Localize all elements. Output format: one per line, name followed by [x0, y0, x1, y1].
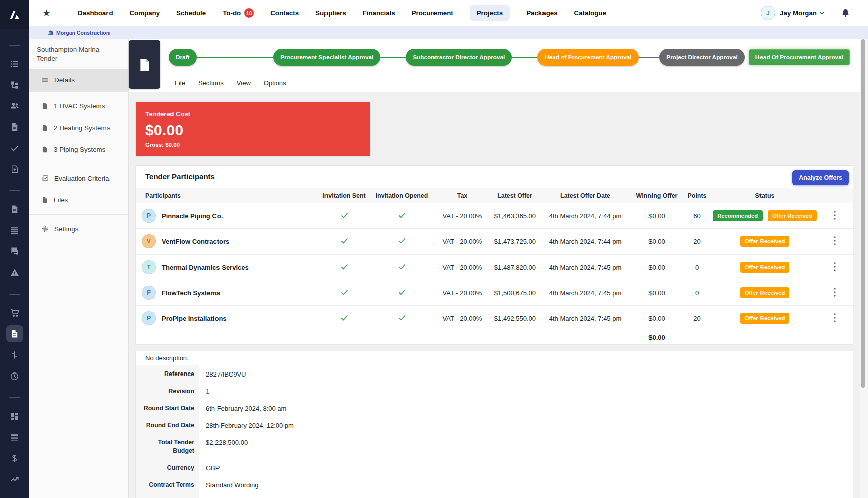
sidebar-item-evaluation-criteria[interactable]: Evaluation Criteria: [29, 168, 128, 189]
rows-icon[interactable]: [6, 220, 24, 241]
table-row[interactable]: FFlowTech Systems VAT - 20.00% $1,500,67…: [136, 280, 853, 306]
document-icon[interactable]: [6, 325, 23, 342]
app-root: ★ Dashboard Company Schedule To-do10 Con…: [0, 0, 868, 498]
sitemap-icon[interactable]: [6, 74, 24, 95]
stepper-connector: [197, 57, 274, 58]
workflow-step-subcontractor-director[interactable]: Subcontractor Director Approval: [406, 49, 512, 66]
table-header: Participants Invitation Sent Invitation …: [136, 188, 853, 203]
user-name[interactable]: Jay Morgan: [780, 9, 817, 17]
analyze-offers-button[interactable]: Analyze Offers: [792, 170, 849, 185]
sidebar-item-hvac-systems[interactable]: 1 HVAC Systems: [29, 95, 128, 117]
winning-offer-value: $0.00: [633, 238, 681, 245]
grid-icon[interactable]: [6, 406, 24, 427]
menu-file[interactable]: File: [175, 79, 185, 87]
bell-icon[interactable]: [841, 8, 850, 18]
field-label: Contract Terms: [136, 476, 199, 493]
sidebar-group: Evaluation Criteria Files: [29, 164, 128, 215]
breadcrumb[interactable]: Morgan Construction: [48, 30, 110, 36]
field-label: Revision: [136, 383, 199, 400]
warning-icon[interactable]: [6, 262, 24, 283]
nav-item-contacts[interactable]: Contacts: [270, 5, 299, 21]
nav-item-todo[interactable]: To-do10: [223, 4, 254, 22]
check-icon[interactable]: [6, 138, 24, 159]
menu-view[interactable]: View: [237, 79, 251, 87]
workflow-step-head-of-procurement[interactable]: Head of Procurement Approval: [537, 49, 638, 66]
clock-icon[interactable]: [6, 365, 24, 387]
sliders-icon[interactable]: [6, 344, 24, 365]
breadcrumb-bar: Morgan Construction: [29, 26, 868, 39]
workflow-step-draft[interactable]: Draft: [169, 49, 197, 66]
tax-value: VAT - 20.00%: [432, 264, 492, 271]
latest-offer-date-value: 4th March 2024, 7:45 pm: [537, 264, 633, 271]
sidebar-item-settings[interactable]: Settings: [29, 218, 128, 240]
workflow-step-procurement-specialist[interactable]: Procurement Specialist Approval: [273, 49, 380, 66]
people-icon[interactable]: [6, 95, 24, 116]
field-label: Round End Date: [136, 417, 199, 434]
list-icon[interactable]: [6, 53, 24, 74]
field-label: Round Start Date: [136, 400, 199, 417]
nav-item-procurement[interactable]: Procurement: [412, 5, 453, 21]
file-upload-icon[interactable]: [6, 159, 24, 180]
avatar: T: [142, 260, 156, 274]
participant-name[interactable]: Thermal Dynamics Services: [162, 264, 249, 271]
col-invitation-sent: Invitation Sent: [316, 192, 372, 199]
nav-item-catalogue[interactable]: Catalogue: [574, 5, 606, 21]
cart-icon[interactable]: [6, 302, 24, 323]
participant-name[interactable]: ProPipe Installations: [162, 315, 227, 322]
avatar: P: [142, 209, 156, 223]
document-icon[interactable]: [6, 116, 24, 138]
table-row[interactable]: PPinnacle Piping Co. VAT - 20.00% $1,463…: [136, 203, 853, 229]
nav-item-projects[interactable]: Projects: [470, 5, 510, 21]
nav-item-financials[interactable]: Financials: [363, 5, 395, 21]
kebab-menu-icon[interactable]: [834, 288, 836, 297]
nav-item-schedule[interactable]: Schedule: [176, 5, 206, 21]
tender-sidebar: Southampton Marina Tender Details 1 HVAC…: [29, 39, 129, 498]
favorite-star-icon[interactable]: ★: [42, 7, 51, 19]
menu-options[interactable]: Options: [264, 79, 286, 87]
sidebar-item-details[interactable]: Details: [29, 69, 128, 91]
nav-item-packages[interactable]: Packages: [526, 5, 557, 21]
latest-offer-value: $1,473,725.00: [492, 238, 537, 245]
nav-item-company[interactable]: Company: [130, 5, 160, 21]
revision-link[interactable]: 1: [199, 383, 853, 400]
field-value: 28th February 2024, 12:00 pm: [199, 417, 853, 434]
table-row[interactable]: VVentFlow Contractors VAT - 20.00% $1,47…: [136, 229, 853, 255]
scrollbar-thumb[interactable]: [861, 39, 865, 388]
participant-name[interactable]: Pinnacle Piping Co.: [162, 212, 223, 220]
head-of-procurement-approval-button[interactable]: Head Of Procurement Approval: [749, 49, 850, 65]
menu-sections[interactable]: Sections: [198, 79, 224, 87]
sidebar-item-label: Evaluation Criteria: [54, 175, 109, 182]
kebab-menu-icon[interactable]: [834, 262, 836, 271]
scrollbar-track[interactable]: [860, 39, 868, 498]
winning-offer-value: $0.00: [633, 264, 681, 271]
user-avatar[interactable]: J: [761, 6, 775, 20]
nav-user-area: J Jay Morgan: [761, 6, 868, 20]
check-icon: [341, 238, 348, 244]
kebab-menu-icon[interactable]: [834, 313, 836, 322]
dollar-icon[interactable]: [6, 448, 24, 469]
offer-received-badge: Offer Received: [768, 210, 817, 221]
trend-icon[interactable]: [6, 469, 24, 490]
table-row[interactable]: TThermal Dynamics Services VAT - 20.00% …: [136, 255, 853, 280]
nav-item-suppliers[interactable]: Suppliers: [315, 5, 346, 21]
document-tab[interactable]: [129, 40, 160, 89]
nav-item-dashboard[interactable]: Dashboard: [78, 5, 113, 21]
sidebar-item-files[interactable]: Files: [29, 189, 128, 211]
participant-name[interactable]: VentFlow Contractors: [162, 238, 229, 245]
sidebar-item-heating-systems[interactable]: 2 Heating Systems: [29, 117, 128, 139]
workflow-step-project-director[interactable]: Project Director Approval: [659, 49, 744, 66]
kebab-menu-icon[interactable]: [834, 236, 836, 245]
chevron-down-icon[interactable]: [819, 11, 825, 15]
avatar: P: [142, 311, 156, 325]
sidebar-item-piping-systems[interactable]: 3 Piping Systems: [29, 139, 128, 160]
check-icon: [341, 212, 348, 218]
document-icon[interactable]: [6, 199, 24, 220]
table-row[interactable]: PProPipe Installations VAT - 20.00% $1,4…: [136, 306, 853, 331]
participant-name[interactable]: FlowTech Systems: [162, 289, 220, 297]
kebab-menu-icon[interactable]: [834, 211, 836, 220]
workflow-band: Draft Procurement Specialist Approval Su…: [129, 39, 868, 92]
building-icon: [48, 30, 54, 36]
table-icon[interactable]: [6, 427, 24, 448]
chat-icon[interactable]: [6, 241, 24, 262]
app-logo[interactable]: [0, 0, 29, 29]
